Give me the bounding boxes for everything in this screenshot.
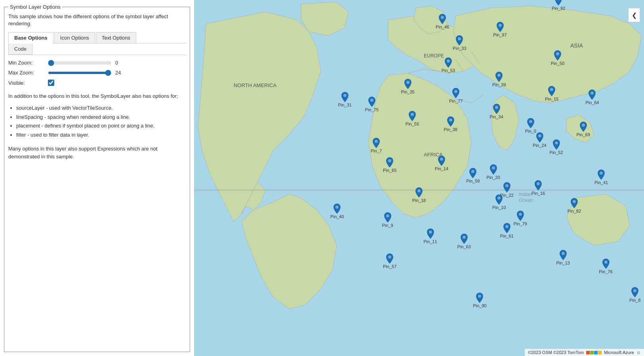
max-zoom-row: Max Zoom: 24: [8, 70, 186, 76]
options-section: Min Zoom: 0 Max Zoom: 24 Visible:: [8, 60, 186, 86]
smiley-icon[interactable]: ☺: [636, 350, 641, 355]
max-zoom-slider[interactable]: [48, 72, 111, 74]
bullet-item-4: filter - used to filter data in layer.: [16, 131, 186, 139]
asia-label: ASIA: [570, 42, 583, 49]
tabs-row2: Code: [8, 44, 186, 55]
body-text-2: Many options in this layer also support …: [8, 145, 186, 160]
max-zoom-value: 24: [115, 70, 127, 76]
microsoft-logo: [586, 351, 602, 354]
map-background: NORTH AMERICA EUROPE AFRICA ASIA Indian …: [194, 0, 644, 356]
bullet-item-1: sourceLayer - used with VectorTileSource…: [16, 104, 186, 112]
map-collapse-button[interactable]: ❮: [628, 8, 640, 22]
visible-checkbox[interactable]: [48, 80, 54, 86]
visible-row: Visible:: [8, 80, 186, 86]
europe-label: EUROPE: [424, 53, 444, 59]
bullet-list: sourceLayer - used with VectorTileSource…: [8, 104, 186, 140]
min-zoom-slider[interactable]: [48, 62, 111, 64]
visible-label: Visible:: [8, 80, 44, 86]
bullet-item-2: lineSpacing - spacing when rendered alon…: [16, 113, 186, 122]
bullet-item-3: placement - defines if symbol placed on …: [16, 122, 186, 130]
min-zoom-value: 0: [115, 60, 127, 66]
collapse-icon: ❮: [632, 11, 637, 19]
min-zoom-row: Min Zoom: 0: [8, 60, 186, 66]
map-copyright: ©2023 OSM ©2023 TomTom: [528, 350, 584, 355]
tab-icon-options[interactable]: Icon Options: [54, 32, 95, 43]
tab-text-options[interactable]: Text Options: [96, 32, 136, 43]
tab-code[interactable]: Code: [8, 44, 32, 55]
svg-text:Ocean: Ocean: [519, 198, 533, 203]
body-text-1: In addition to the options in this tool,…: [8, 92, 186, 100]
max-zoom-label: Max Zoom:: [8, 70, 44, 76]
africa-label: AFRICA: [424, 152, 443, 158]
indian-ocean-label: Indian: [519, 192, 532, 197]
panel-description: This sample shows how the different opti…: [8, 13, 186, 27]
symbol-layer-options-panel: Symbol Layer Options This sample shows h…: [4, 4, 190, 352]
min-zoom-label: Min Zoom:: [8, 60, 44, 66]
tabs-row: Base Options Icon Options Text Options: [8, 32, 186, 44]
map-container[interactable]: NORTH AMERICA EUROPE AFRICA ASIA Indian …: [194, 0, 644, 356]
map-brand: Microsoft Azure: [604, 350, 634, 355]
left-panel: Symbol Layer Options This sample shows h…: [0, 0, 194, 356]
tab-base-options[interactable]: Base Options: [8, 32, 53, 44]
panel-legend: Symbol Layer Options: [8, 4, 62, 10]
map-footer: ©2023 OSM ©2023 TomTom Microsoft Azure ☺: [525, 349, 644, 356]
north-america-label: NORTH AMERICA: [234, 82, 276, 88]
